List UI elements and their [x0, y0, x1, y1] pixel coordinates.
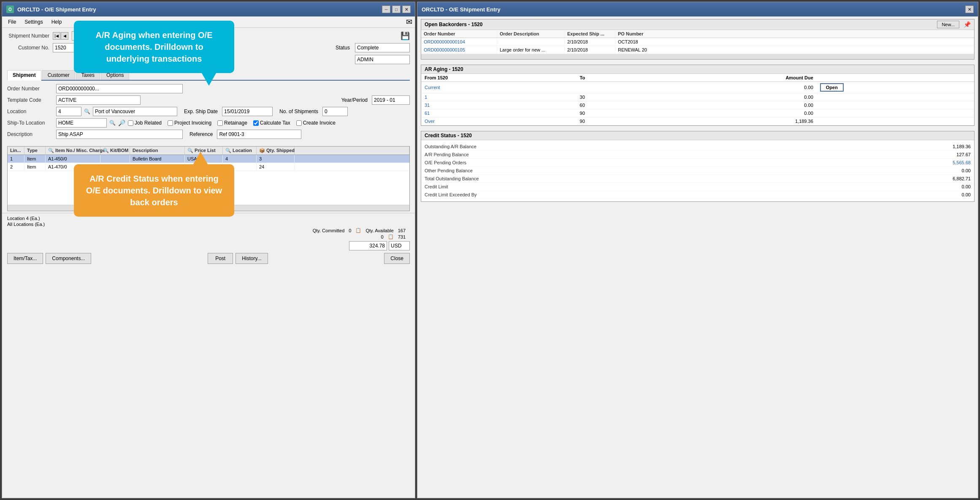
- exp-ship-date-input[interactable]: [222, 107, 273, 116]
- ar-period-31[interactable]: 31: [421, 101, 577, 109]
- project-invoicing-check[interactable]: [168, 120, 173, 126]
- save-icon[interactable]: 💾: [401, 31, 410, 41]
- order-no-2[interactable]: ORD000000000105: [421, 46, 497, 54]
- order-number-label: Order Number: [7, 86, 54, 92]
- location-ea: Location 4 (Ea.): [7, 216, 40, 221]
- ar-row-over: Over 90 1,189.36: [421, 117, 974, 125]
- description-input[interactable]: [56, 130, 183, 139]
- right-close-button[interactable]: ✕: [965, 5, 974, 13]
- status-input[interactable]: [355, 43, 410, 52]
- ship-to-label: Ship-To Location: [7, 120, 54, 126]
- close-button[interactable]: ✕: [402, 5, 411, 13]
- template-code-input[interactable]: [56, 95, 141, 105]
- shipment-number-label: Shipment Number: [7, 33, 49, 39]
- credit-total-outstanding: Total Outstanding Balance 6,882.71: [421, 175, 974, 183]
- ar-to-current: [577, 82, 639, 93]
- year-period-input[interactable]: [372, 95, 410, 105]
- menu-help[interactable]: Help: [48, 18, 65, 26]
- menu-file[interactable]: File: [5, 18, 19, 26]
- backorders-scrollbar[interactable]: [421, 54, 974, 59]
- ar-row-61: 61 90 0.00: [421, 109, 974, 117]
- col-location: 🔍 Location: [223, 147, 257, 155]
- ar-amt-current: 0.00: [639, 82, 817, 93]
- ship-to-input[interactable]: [56, 118, 107, 128]
- open-button[interactable]: Open: [820, 83, 844, 92]
- tab-shipment[interactable]: Shipment: [7, 70, 41, 81]
- location-input[interactable]: [56, 107, 81, 116]
- qty-icon2[interactable]: 📋: [388, 234, 394, 239]
- backorder-row-2[interactable]: ORD000000000105 Large order for new ... …: [421, 46, 974, 54]
- post-button[interactable]: Post: [208, 253, 233, 264]
- qty-icon1[interactable]: 📋: [355, 228, 361, 233]
- year-period-label: Year/Period: [341, 97, 368, 103]
- item-tax-button[interactable]: Item/Tax...: [7, 253, 43, 264]
- job-related-check[interactable]: [128, 120, 133, 126]
- port-input[interactable]: [93, 107, 177, 116]
- ar-period-1[interactable]: 1: [421, 93, 577, 101]
- ar-period-over[interactable]: Over: [421, 117, 577, 125]
- close-button-bottom[interactable]: Close: [384, 253, 410, 264]
- history-button[interactable]: History...: [236, 253, 268, 264]
- order-no-1[interactable]: ORD000000000104: [421, 38, 497, 46]
- col-order-desc: Order Description: [497, 30, 565, 38]
- ar-aging-table: From 1520 To Amount Due Current 0.00 Ope…: [421, 74, 974, 125]
- minimize-button[interactable]: ─: [382, 5, 390, 13]
- cell-location-1: 4: [223, 155, 257, 163]
- ar-to-1: 30: [577, 93, 639, 101]
- col-desc: Description: [130, 147, 185, 155]
- ar-period-current[interactable]: Current: [421, 82, 577, 93]
- ar-period-61[interactable]: 61: [421, 109, 577, 117]
- new-button[interactable]: New...: [937, 21, 959, 28]
- cell-itemno-1: A1-450/0: [46, 155, 100, 163]
- ar-to-61: 90: [577, 109, 639, 117]
- ar-col-amount: Amount Due: [639, 74, 817, 82]
- col-item-no: 🔍 Item No./ Misc. Charge: [46, 147, 100, 155]
- cell-qty-1: 3: [257, 155, 295, 163]
- left-window: O ORCLTD - O/E Shipment Entry ─ □ ✕ File…: [2, 2, 415, 498]
- maximize-button[interactable]: □: [392, 5, 401, 13]
- ar-aging-title-row: AR Aging - 1520: [421, 65, 974, 74]
- entered-by-input[interactable]: [355, 55, 410, 64]
- checkboxes-row: Job Related Project Invoicing Retainage …: [128, 120, 336, 126]
- lookup-icon[interactable]: 🔎: [118, 120, 125, 126]
- components-button[interactable]: Components...: [46, 253, 91, 264]
- credit-status-body: Outstanding A/R Balance 1,189.36 A/R Pen…: [421, 140, 974, 201]
- ar-action-31: [817, 101, 974, 109]
- right-panel-inner: Open Backorders - 1520 New... 📌 Order Nu…: [417, 16, 978, 498]
- backorders-grid-header: Order Number Order Description Expected …: [421, 30, 974, 38]
- search-icon[interactable]: 🔍: [84, 109, 90, 114]
- ar-col-to: To: [577, 74, 639, 82]
- calculate-tax-check[interactable]: [253, 120, 259, 126]
- menu-settings[interactable]: Settings: [21, 18, 46, 26]
- ar-row-current: Current 0.00 Open: [421, 82, 974, 93]
- ar-action-over: [817, 117, 974, 125]
- credit-other-pending: Other Pending Balance 0.00: [421, 167, 974, 175]
- nav-first[interactable]: |◀: [53, 32, 60, 40]
- col-po-number: PO Number: [615, 30, 974, 38]
- qty-committed-val2: 0: [381, 234, 384, 239]
- right-title: ORCLTD - O/E Shipment Entry: [422, 6, 501, 13]
- email-icon[interactable]: ✉: [406, 17, 412, 27]
- open-backorders-section: Open Backorders - 1520 New... 📌 Order Nu…: [421, 19, 975, 60]
- credit-status-title: Credit Status - 1520: [425, 133, 472, 139]
- oe-pending-link[interactable]: 5,565.68: [937, 160, 971, 165]
- order-number-input[interactable]: [56, 84, 183, 93]
- no-of-shipments-input[interactable]: [322, 107, 348, 116]
- retainage-check[interactable]: [217, 120, 223, 126]
- backorder-row-1[interactable]: ORD000000000104 2/10/2018 OCT2018: [421, 38, 974, 46]
- tab-customer[interactable]: Customer: [42, 70, 75, 80]
- col-line: Lin...: [8, 147, 24, 155]
- search-icon2[interactable]: 🔍: [109, 120, 116, 126]
- tab-content: Order Number Template Code Year/Period L…: [2, 81, 415, 144]
- pin-icon[interactable]: 📌: [964, 21, 971, 28]
- nav-prev[interactable]: ◀: [61, 32, 68, 40]
- ar-row-1: 1 30 0.00: [421, 93, 974, 101]
- qty-available-label: Qty. Committed: [313, 228, 345, 233]
- create-invoice-check[interactable]: [296, 120, 302, 126]
- cell-line-2: 2: [8, 163, 24, 171]
- ar-action-current: Open: [817, 82, 974, 93]
- reference-input[interactable]: [217, 130, 301, 139]
- right-panel: ORCLTD - O/E Shipment Entry ✕ Open Backo…: [417, 2, 978, 498]
- currency-input[interactable]: [389, 241, 410, 250]
- total-input[interactable]: [349, 241, 387, 250]
